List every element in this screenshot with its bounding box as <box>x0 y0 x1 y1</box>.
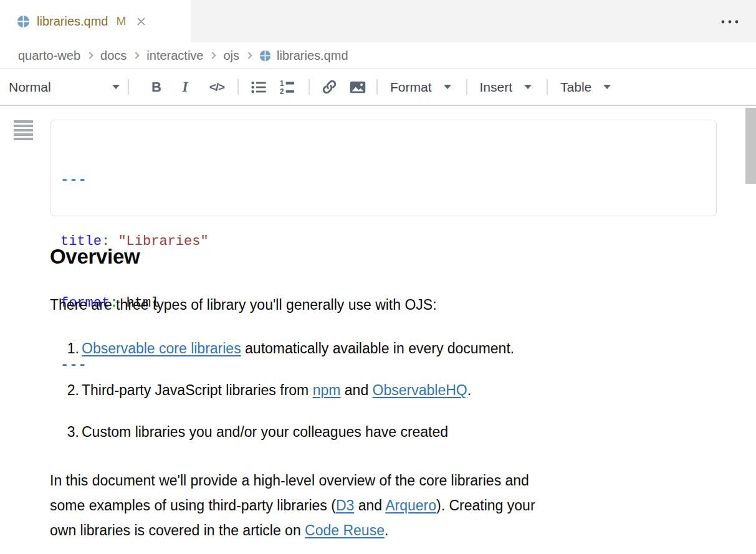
list-item-text: Observable core libraries automatically … <box>82 340 514 357</box>
link-observable-core-libraries[interactable]: Observable core libraries <box>82 340 241 356</box>
list-item: 3. Custom libraries you and/or your coll… <box>50 424 717 441</box>
formatting-toolbar: Normal B I </> 1 2 <box>0 69 756 106</box>
tab-title: libraries.qmd <box>37 14 108 29</box>
toolbar-divider <box>237 79 239 95</box>
toolbar-divider <box>128 79 129 95</box>
quarto-file-icon <box>259 50 271 62</box>
insert-menu[interactable]: Insert <box>480 80 532 95</box>
toolbar-divider <box>547 79 548 95</box>
link-npm[interactable]: npm <box>313 382 341 398</box>
list-item-text: Third-party JavaScript libraries from np… <box>82 382 471 399</box>
close-icon <box>135 16 147 27</box>
numbered-list-button[interactable]: 1 2 <box>279 79 296 96</box>
breadcrumb-docs[interactable]: docs <box>100 49 127 63</box>
bulleted-list-button[interactable] <box>250 79 267 96</box>
link-arquero[interactable]: Arquero <box>385 497 436 513</box>
toolbar-divider <box>309 79 310 95</box>
toolbar-divider <box>466 79 467 95</box>
paragraph-style-select[interactable]: Normal <box>9 80 120 95</box>
numbered-list-icon: 1 2 <box>279 79 296 96</box>
tab-bar: libraries.qmd M <box>0 0 756 42</box>
list-marker: 2. <box>63 382 79 399</box>
ellipsis-icon <box>720 19 740 25</box>
breadcrumb-file-label: libraries.qmd <box>277 49 348 63</box>
breadcrumb-interactive[interactable]: interactive <box>146 49 203 63</box>
paragraph-style-value: Normal <box>9 80 51 95</box>
toolbar-divider <box>376 79 378 95</box>
bold-button[interactable]: B <box>149 79 164 95</box>
outline-handle-icon[interactable] <box>14 120 33 141</box>
breadcrumb-quarto-web[interactable]: quarto-web <box>18 49 80 63</box>
list-item: 1. Observable core libraries automatical… <box>50 340 717 357</box>
format-menu[interactable]: Format <box>390 80 451 95</box>
image-icon <box>349 79 366 96</box>
document-body: --- title: "Libraries" format: html --- … <box>0 106 756 543</box>
insert-menu-label: Insert <box>480 80 513 95</box>
format-menu-label: Format <box>390 80 432 95</box>
breadcrumb: quarto-web docs interactive ojs librarie… <box>0 42 756 69</box>
link-observablehq[interactable]: ObservableHQ <box>373 382 467 398</box>
modified-badge: M <box>116 14 126 28</box>
quarto-file-icon <box>17 15 30 28</box>
tab-libraries-qmd[interactable]: libraries.qmd M <box>0 0 191 42</box>
breadcrumb-libraries-qmd[interactable]: libraries.qmd <box>259 49 348 63</box>
close-tab-button[interactable] <box>135 16 147 27</box>
chevron-down-icon <box>444 85 451 89</box>
table-menu-label: Table <box>560 80 591 95</box>
list-marker: 1. <box>63 340 79 357</box>
chevron-right-icon <box>133 52 140 59</box>
insert-image-button[interactable] <box>349 79 366 96</box>
yaml-token-delim: --- <box>60 172 87 188</box>
chevron-down-icon <box>112 85 120 89</box>
editor-content: --- title: "Libraries" format: html --- … <box>0 106 756 554</box>
chevron-down-icon <box>603 85 611 89</box>
paragraph-closing: In this document we'll provide a high-le… <box>50 468 717 543</box>
breadcrumb-ojs[interactable]: ojs <box>223 49 239 63</box>
italic-button[interactable]: I <box>178 79 193 95</box>
list-item-text: Custom libraries you and/or your colleag… <box>82 424 448 441</box>
paragraph-intro: There are three types of library you'll … <box>50 297 717 313</box>
svg-text:1: 1 <box>280 79 284 87</box>
list-item: 2. Third-party JavaScript libraries from… <box>50 382 717 399</box>
insert-link-button[interactable] <box>321 79 338 95</box>
chevron-right-icon <box>86 52 93 59</box>
code-button[interactable]: </> <box>205 80 229 94</box>
list-marker: 3. <box>63 424 79 441</box>
chevron-right-icon <box>245 52 252 59</box>
chevron-down-icon <box>524 85 532 89</box>
bulleted-list-icon <box>250 79 267 96</box>
link-code-reuse[interactable]: Code Reuse <box>305 522 385 538</box>
table-menu[interactable]: Table <box>560 80 611 95</box>
yaml-line: --- <box>60 170 716 190</box>
editor-actions-button[interactable] <box>720 16 740 27</box>
svg-text:2: 2 <box>280 87 284 96</box>
link-icon <box>321 79 338 95</box>
chevron-right-icon <box>209 52 216 59</box>
vertical-scrollbar-thumb[interactable] <box>745 108 756 184</box>
yaml-front-matter-block[interactable]: --- title: "Libraries" format: html --- <box>50 120 717 216</box>
numbered-list: 1. Observable core libraries automatical… <box>50 340 717 441</box>
link-d3[interactable]: D3 <box>336 497 354 513</box>
yaml-token-delim: --- <box>60 357 87 373</box>
